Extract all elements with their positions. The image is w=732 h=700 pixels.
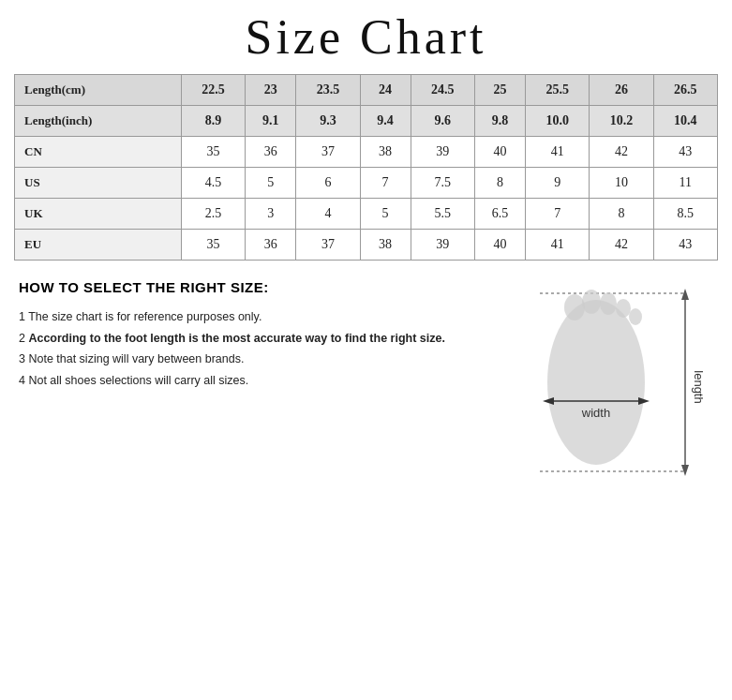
instruction-step: 4 Not all shoes selections will carry al…: [19, 370, 470, 392]
row-label-length-cm-: Length(cm): [15, 75, 182, 106]
table-cell: 25: [474, 75, 525, 106]
table-cell: 9.1: [246, 106, 296, 137]
table-cell: 37: [296, 230, 360, 261]
table-cell: 5.5: [411, 199, 474, 230]
foot-diagram: length width: [488, 279, 713, 485]
table-cell: 42: [590, 137, 653, 168]
instruction-step: 2 According to the foot length is the mo…: [19, 328, 470, 350]
table-cell: 9: [525, 168, 589, 199]
table-cell: 26: [590, 75, 653, 106]
table-cell: 4.5: [181, 168, 245, 199]
table-cell: 43: [653, 230, 717, 261]
table-cell: 43: [653, 137, 717, 168]
svg-marker-12: [543, 397, 554, 405]
table-cell: 41: [525, 137, 589, 168]
svg-marker-13: [638, 397, 650, 405]
svg-marker-3: [681, 289, 689, 300]
length-label: length: [692, 370, 706, 403]
table-cell: 39: [411, 137, 474, 168]
table-cell: 8.5: [653, 199, 717, 230]
table-cell: 6: [296, 168, 360, 199]
table-cell: 35: [181, 137, 245, 168]
table-cell: 9.8: [474, 106, 525, 137]
table-cell: 2.5: [181, 199, 245, 230]
row-label-us: US: [15, 168, 182, 199]
table-cell: 40: [474, 137, 525, 168]
instructions-section: HOW TO SELECT THE RIGHT SIZE: 1 The size…: [19, 279, 488, 391]
instruction-step: 3 Note that sizing will vary between bra…: [19, 349, 470, 370]
table-cell: 9.3: [296, 106, 360, 137]
table-cell: 5: [360, 199, 411, 230]
table-cell: 37: [296, 137, 360, 168]
svg-point-6: [564, 294, 585, 320]
table-cell: 3: [246, 199, 296, 230]
table-cell: 24.5: [411, 75, 474, 106]
table-cell: 4: [296, 199, 360, 230]
table-cell: 41: [525, 230, 589, 261]
table-cell: 26.5: [653, 75, 717, 106]
main-container: Size Chart Length(cm)22.52323.52424.5252…: [0, 0, 732, 495]
svg-point-10: [629, 308, 642, 325]
bottom-section: HOW TO SELECT THE RIGHT SIZE: 1 The size…: [14, 279, 718, 485]
table-cell: 9.6: [411, 106, 474, 137]
svg-point-9: [616, 299, 631, 318]
row-label-length-inch-: Length(inch): [15, 106, 182, 137]
table-cell: 7: [360, 168, 411, 199]
table-cell: 7: [525, 199, 589, 230]
page-title: Size Chart: [14, 9, 718, 65]
row-label-cn: CN: [15, 137, 182, 168]
size-table: Length(cm)22.52323.52424.52525.52626.5Le…: [14, 74, 718, 261]
instructions-heading: HOW TO SELECT THE RIGHT SIZE:: [19, 279, 470, 295]
foot-svg: length width: [488, 279, 713, 485]
row-label-eu: EU: [15, 230, 182, 261]
table-cell: 39: [411, 230, 474, 261]
table-cell: 10.0: [525, 106, 589, 137]
table-cell: 36: [246, 137, 296, 168]
instruction-step: 1 The size chart is for reference purpos…: [19, 306, 470, 328]
table-cell: 5: [246, 168, 296, 199]
table-cell: 7.5: [411, 168, 474, 199]
table-cell: 35: [181, 230, 245, 261]
table-cell: 6.5: [474, 199, 525, 230]
svg-marker-4: [681, 465, 689, 476]
svg-point-8: [600, 292, 617, 315]
table-cell: 38: [360, 230, 411, 261]
table-cell: 40: [474, 230, 525, 261]
table-cell: 22.5: [181, 75, 245, 106]
table-cell: 8: [590, 199, 653, 230]
table-cell: 42: [590, 230, 653, 261]
table-cell: 38: [360, 137, 411, 168]
table-cell: 23: [246, 75, 296, 106]
table-cell: 8.9: [181, 106, 245, 137]
row-label-uk: UK: [15, 199, 182, 230]
table-cell: 8: [474, 168, 525, 199]
table-cell: 25.5: [525, 75, 589, 106]
svg-point-7: [582, 290, 601, 314]
table-cell: 11: [653, 168, 717, 199]
table-cell: 23.5: [296, 75, 360, 106]
table-cell: 10.4: [653, 106, 717, 137]
table-cell: 10.2: [590, 106, 653, 137]
table-cell: 36: [246, 230, 296, 261]
width-label: width: [581, 406, 610, 420]
table-cell: 24: [360, 75, 411, 106]
svg-point-5: [547, 300, 645, 465]
table-cell: 9.4: [360, 106, 411, 137]
table-cell: 10: [590, 168, 653, 199]
